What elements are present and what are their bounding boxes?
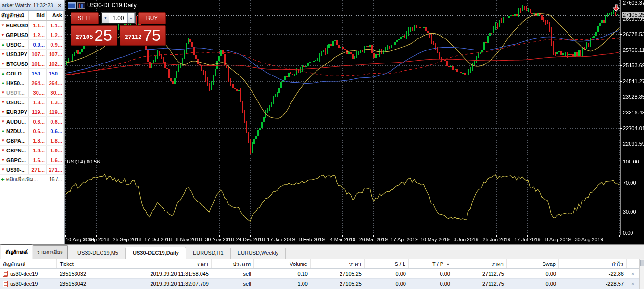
market-watch-row[interactable]: ▼GBPN...1.9...1.9... — [0, 146, 64, 155]
depth-of-market-icon[interactable] — [68, 2, 76, 9]
market-watch-row[interactable]: ▼BTCUSD101...102... — [0, 59, 64, 69]
rsi-axis-label: 30.00 — [623, 209, 636, 214]
orders-column-header[interactable]: เวลา — [120, 259, 212, 268]
orders-scrollbar[interactable] — [639, 259, 644, 289]
buy-price-box[interactable]: 27112 75 — [120, 25, 166, 46]
date-label[interactable]: 10 May 2019 — [420, 237, 450, 242]
market-watch-row[interactable]: ▲HK50...264...264... — [0, 78, 64, 88]
market-watch-row[interactable]: ▲GOLD150...150... — [0, 69, 64, 78]
date-label[interactable]: 17 Oct 2018 — [144, 237, 172, 242]
date-label[interactable]: 8 Feb 2019 — [299, 237, 325, 242]
date-label[interactable]: 30 Aug 2019 — [575, 237, 603, 242]
orders-column-header[interactable]: ประเภท — [212, 259, 254, 268]
orders-column-header[interactable]: T / P▲ — [409, 259, 453, 268]
market-watch-title: arket Watch: 11:32:23 — [2, 2, 57, 8]
date-label[interactable]: 24 Dec 2018 — [236, 237, 265, 242]
orders-column-header[interactable]: S / L — [365, 259, 409, 268]
orders-column-header[interactable]: Volume — [254, 259, 311, 268]
symbol-name: EURUSD — [6, 23, 28, 28]
close-order-icon[interactable]: × — [627, 271, 639, 276]
symbol-name: GOLD — [6, 71, 22, 76]
chart-tab[interactable]: EURUSD,Weekly — [231, 248, 286, 259]
one-click-trading-panel: SELL ▼ 1.00 ▲ BUY 27105 25 27112 75 — [71, 12, 166, 46]
market-watch-add-symbol[interactable]: + คลิกเพื่อเพิ่ม... 16 /... — [0, 175, 64, 184]
symbol-count: 16 /... — [49, 176, 64, 182]
toolbox-tab[interactable]: สัญลักษณ์ — [1, 244, 32, 259]
sell-price-box[interactable]: 27105 25 — [71, 25, 117, 46]
market-watch-row[interactable]: ▼USDT...30....30.... — [0, 88, 64, 98]
bid-value: 101... — [29, 59, 47, 68]
date-label[interactable]: 17 Jan 2019 — [267, 237, 295, 242]
volume-decrease-button[interactable]: ▼ — [102, 13, 109, 23]
market-watch-row[interactable]: ▼US30-...271...271... — [0, 165, 64, 175]
chart-tab[interactable]: EURUSD,H1 — [186, 248, 231, 259]
market-watch-row[interactable]: ▲USDC...0.9...0.9... — [0, 40, 64, 50]
orders-column-header[interactable]: Swap — [507, 259, 559, 268]
date-label[interactable]: 30 Nov 2018 — [205, 237, 234, 242]
orders-column-header[interactable]: ราคา — [311, 259, 365, 268]
symbol-name: HK50... — [6, 80, 24, 86]
toolbox-tab[interactable]: รายละเอียด — [33, 245, 68, 259]
date-label[interactable]: 4 Mar 2019 — [330, 237, 355, 242]
price-axis[interactable]: 27603.3726990.9526378.5325766.1125153.69… — [623, 0, 644, 244]
order-symbol-cell: us30-dec19 — [0, 269, 57, 278]
orders-column-header[interactable]: สัญลักษณ์ — [0, 259, 57, 268]
market-watch-titlebar[interactable]: arket Watch: 11:32:23 × — [0, 0, 64, 11]
symbol-cell: ▼USDT... — [0, 88, 29, 97]
market-watch-row[interactable]: ▼GBPUSD1.2...1.2... — [0, 30, 64, 40]
market-watch-row[interactable]: ▼GBPA...1.8...1.8... — [0, 136, 64, 146]
date-label[interactable]: 8 Aug 2019 — [545, 237, 571, 242]
date-label[interactable]: 17 Apr 2019 — [391, 237, 418, 242]
order-row[interactable]: us30-dec192351530422019.09.20 11:32:07.7… — [0, 279, 644, 289]
down-arrow-icon: ▼ — [1, 148, 5, 152]
date-label[interactable]: 8 Nov 2018 — [176, 237, 202, 242]
order-row[interactable]: us30-dec192351530322019.09.20 11:31:58.0… — [0, 269, 644, 279]
orders-column-header[interactable]: กำไร — [559, 259, 627, 268]
volume-increase-button[interactable]: ▲ — [127, 13, 135, 23]
chart-type-icon[interactable] — [77, 2, 85, 9]
buy-price-main: 27112 — [125, 30, 141, 44]
date-label[interactable]: 26 Mar 2019 — [359, 237, 388, 242]
date-axis[interactable]: 10 Aug 20183 Sep 201825 Sep 201817 Oct 2… — [65, 236, 621, 244]
order-price2: 27112.75 — [453, 269, 507, 278]
bid-value: 150... — [29, 69, 47, 78]
sell-button[interactable]: SELL — [71, 12, 99, 24]
market-watch-row[interactable]: ▼AUDU...0.6...0.6... — [0, 117, 64, 126]
orders-column-header[interactable]: ราคา — [453, 259, 507, 268]
rsi-axis-label: 70.00 — [623, 180, 636, 186]
down-arrow-icon: ▼ — [1, 167, 5, 172]
market-watch-row[interactable]: ▼USDC...1.3...1.3... — [0, 98, 64, 107]
column-ask[interactable]: Ask — [47, 11, 64, 20]
chart-window[interactable]: US30-DEC19,Daily SELL ▼ 1.00 ▲ BUY 27105… — [65, 0, 644, 244]
date-label[interactable]: 25 Sep 2018 — [113, 237, 142, 242]
order-volume: 1.00 — [254, 279, 311, 289]
bid-value: 107... — [29, 50, 47, 59]
market-watch-row[interactable]: ▼EURUSD1.1...1.1... — [0, 21, 64, 30]
symbol-cell: ▼USDJPY — [0, 50, 29, 59]
symbol-cell: ▼AUDU... — [0, 117, 29, 126]
orders-column-header[interactable]: Ticket — [57, 259, 120, 268]
date-label[interactable]: 3 Jun 2019 — [454, 237, 479, 242]
market-watch-row[interactable]: ▼EURJPY119...119... — [0, 107, 64, 117]
date-label[interactable]: 17 Jul 2019 — [514, 237, 540, 242]
rsi-axis-label: 100.00 — [623, 159, 639, 164]
market-watch-row[interactable]: ▼USDJPY107...107... — [0, 50, 64, 59]
scrollbar-thumb[interactable] — [640, 260, 644, 266]
chart-tab[interactable]: US30-DEC19,M5 — [71, 248, 126, 259]
volume-input[interactable]: 1.00 — [109, 13, 127, 23]
buy-button[interactable]: BUY — [138, 12, 166, 24]
market-watch-row[interactable]: ▲NZDU...0.6...0.6... — [0, 126, 64, 136]
close-icon[interactable]: × — [57, 2, 62, 8]
bid-value: 119... — [29, 107, 47, 116]
chart-tab[interactable]: US30-DEC19,Daily — [126, 247, 186, 259]
symbol-name: US30-... — [6, 167, 25, 173]
column-symbol[interactable]: สัญลักษณ์ — [0, 11, 29, 20]
market-watch-panel: arket Watch: 11:32:23 × สัญลักษณ์ Bid As… — [0, 0, 65, 244]
ask-value: 1.9... — [47, 146, 64, 155]
market-watch-row[interactable]: ▼GBPC...1.6...1.6... — [0, 155, 64, 165]
column-bid[interactable]: Bid — [29, 11, 47, 20]
close-order-icon[interactable]: × — [627, 281, 639, 287]
order-type: sell — [212, 269, 254, 278]
date-label[interactable]: 3 Sep 2018 — [84, 237, 110, 242]
date-label[interactable]: 25 Jun 2019 — [483, 237, 511, 242]
